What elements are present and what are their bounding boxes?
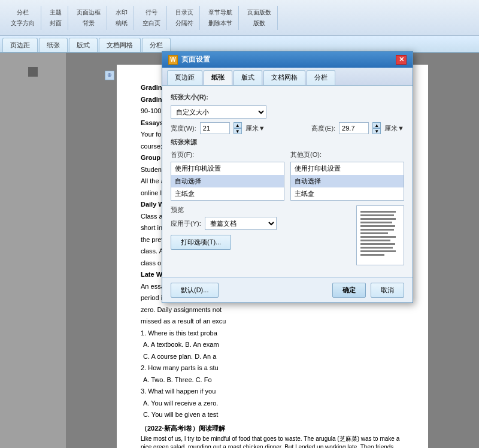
toolbar-textdir-btn[interactable]: 文字方向 — [8, 18, 37, 29]
tab-bar: 页边距 纸张 版式 文档网格 分栏 — [0, 36, 479, 53]
preview-line-4 — [360, 222, 392, 223]
dialog-close-button[interactable]: ✕ — [396, 55, 407, 65]
toolbar-group-text: 分栏 文字方向 — [5, 6, 41, 30]
dialog-body: 纸张大小(R): 自定义大小 宽度(W): ▲ ▼ 厘米▼ 高度(E): ▲ — [162, 86, 413, 277]
apply-label: 应用于(Y): — [171, 219, 201, 228]
toolbar-numver-btn[interactable]: 版数 — [251, 18, 268, 29]
height-label: 高度(E): — [311, 124, 335, 133]
toolbar-group-toc: 目录页 分隔符 — [169, 6, 200, 30]
cancel-button[interactable]: 取消 — [371, 283, 404, 298]
preview-lines — [357, 206, 404, 262]
q3c: C. You will be given a test — [141, 410, 404, 420]
height-spinner: ▲ ▼ — [372, 122, 381, 134]
width-spin-down[interactable]: ▼ — [234, 128, 242, 134]
tab-layout[interactable]: 版式 — [69, 38, 98, 52]
toolbar-delsection-btn[interactable]: 删除本节 — [206, 18, 235, 29]
dialog-tab-layout[interactable]: 版式 — [234, 70, 262, 85]
apply-select[interactable]: 整篇文档 — [205, 217, 277, 230]
dimensions-row: 宽度(W): ▲ ▼ 厘米▼ 高度(E): ▲ ▼ 厘米▼ — [171, 122, 404, 134]
first-source-printer[interactable]: 使用打印机设置 — [171, 162, 284, 175]
section-title: （2022·新高考Ⅰ卷）阅读理解 — [141, 423, 404, 434]
toolbar-group-theme: 主题 封面 — [44, 6, 68, 30]
toolbar-toc-btn[interactable]: 目录页 — [173, 7, 196, 18]
dialog-tab-paper[interactable]: 纸张 — [204, 70, 232, 85]
height-spin-down[interactable]: ▼ — [372, 128, 381, 134]
other-pages-col: 其他页(O): 使用打印机设置 自动选择 主纸盒 — [290, 150, 404, 201]
toolbar-chapter-btn[interactable]: 章节导航 — [206, 7, 235, 18]
q1: 1. Where is this text proba — [141, 328, 404, 338]
dialog-titlebar: W 页面设置 ✕ — [162, 52, 413, 68]
paper-source-label: 纸张来源 — [171, 138, 404, 147]
width-unit[interactable]: 厘米▼ — [245, 124, 265, 133]
q1c: C. A course plan. D. An a — [141, 352, 404, 362]
toolbar-cover-btn[interactable]: 封面 — [47, 18, 64, 29]
preview-line-8 — [360, 236, 396, 238]
other-pages-source-list: 使用打印机设置 自动选择 主纸盒 — [290, 162, 404, 201]
toolbar-columns-btn[interactable]: 分栏 — [14, 7, 31, 18]
preview-line-3 — [360, 218, 396, 220]
q2: 2. How many parts is a stu — [141, 363, 404, 373]
tab-paper[interactable]: 纸张 — [39, 38, 68, 52]
preview-line-12 — [360, 250, 396, 252]
other-source-auto[interactable]: 自动选择 — [291, 175, 404, 187]
preview-line-1 — [360, 211, 396, 213]
dialog-word-icon: W — [168, 55, 178, 65]
toolbar-group-linenum: 行号 空白页 — [137, 6, 167, 30]
toolbar-watermark-btn[interactable]: 水印 — [113, 7, 130, 18]
toolbar-separator-btn[interactable]: 分隔符 — [173, 18, 196, 29]
height-input[interactable] — [339, 122, 369, 134]
preview-line-2 — [360, 214, 394, 216]
height-unit[interactable]: 厘米▼ — [384, 124, 404, 133]
toolbar: 分栏 文字方向 主题 封面 页面边框 背景 水印 稿纸 行号 空白页 目录页 分… — [0, 0, 479, 36]
dialog-tab-columns[interactable]: 分栏 — [307, 70, 335, 85]
width-spin-up[interactable]: ▲ — [234, 122, 242, 128]
preview-section: 预览 应用于(Y): 整篇文档 打印选项(T)... — [171, 205, 404, 265]
toolbar-grid-btn[interactable]: 稿纸 — [113, 18, 130, 29]
toolbar-linenum-btn[interactable]: 行号 — [143, 7, 160, 18]
doc-move-handle[interactable]: ⊕ — [105, 71, 114, 80]
preview-line-7 — [360, 232, 388, 234]
q2a: A. Two. B. Three. C. Fo — [141, 375, 404, 385]
toolbar-pagenum-btn[interactable]: 页面版数 — [245, 7, 274, 18]
other-source-tray[interactable]: 主纸盒 — [291, 187, 404, 200]
dialog-title: 页面设置 — [181, 55, 210, 65]
toolbar-group-pagenum: 页面版数 版数 — [241, 6, 278, 30]
sidebar-handle-icon — [28, 67, 38, 77]
width-spinner: ▲ ▼ — [234, 122, 242, 134]
ok-button[interactable]: 确定 — [332, 283, 366, 298]
paper-source-cols: 首页(F): 使用打印机设置 自动选择 主纸盒 其他页(O): 使用打印机设置 … — [171, 150, 404, 201]
width-input[interactable] — [200, 122, 230, 134]
first-page-col: 首页(F): 使用打印机设置 自动选择 主纸盒 — [171, 150, 284, 201]
first-source-tray[interactable]: 主纸盒 — [171, 187, 284, 200]
late-text4: missed as a result of an excu — [141, 316, 404, 326]
preview-thumbnail — [356, 205, 404, 265]
print-options-button[interactable]: 打印选项(T)... — [171, 235, 231, 250]
q3a: A. You will receive a zero. — [141, 398, 404, 408]
toolbar-pageborder-btn[interactable]: 页面边框 — [74, 7, 103, 18]
tab-doc-grid[interactable]: 文档网格 — [99, 38, 141, 52]
other-pages-label: 其他页(O): — [290, 150, 404, 159]
sidebar — [0, 53, 66, 448]
tab-columns[interactable]: 分栏 — [142, 38, 171, 52]
dialog-footer: 默认(D)... 确定 取消 — [162, 277, 413, 302]
preview-label: 预览 — [171, 205, 350, 214]
toolbar-theme-btn[interactable]: 主题 — [47, 7, 64, 18]
dialog-tab-docgrid[interactable]: 文档网格 — [263, 70, 305, 85]
default-button[interactable]: 默认(D)... — [171, 283, 219, 298]
other-source-printer[interactable]: 使用打印机设置 — [291, 162, 404, 175]
toolbar-bg-btn[interactable]: 背景 — [80, 18, 97, 29]
preview-line-6 — [360, 229, 394, 231]
q3: 3. What will happen if you — [141, 386, 404, 396]
preview-line-10 — [360, 243, 395, 245]
height-spin-up[interactable]: ▲ — [372, 122, 381, 128]
page-setup-dialog: W 页面设置 ✕ 页边距 纸张 版式 文档网格 分栏 纸张大小(R): 自定义大… — [162, 51, 413, 303]
tab-page-margin[interactable]: 页边距 — [2, 38, 38, 52]
toolbar-group-watermark: 水印 稿纸 — [110, 6, 134, 30]
first-source-auto[interactable]: 自动选择 — [171, 175, 284, 187]
paper-size-select[interactable]: 自定义大小 — [171, 105, 266, 119]
apply-row: 应用于(Y): 整篇文档 — [171, 217, 350, 230]
toolbar-blankpage-btn[interactable]: 空白页 — [140, 18, 163, 29]
late-text3: zero. Daily assignments not — [141, 305, 404, 315]
dialog-tab-margin[interactable]: 页边距 — [167, 70, 202, 85]
preview-line-11 — [360, 247, 393, 249]
